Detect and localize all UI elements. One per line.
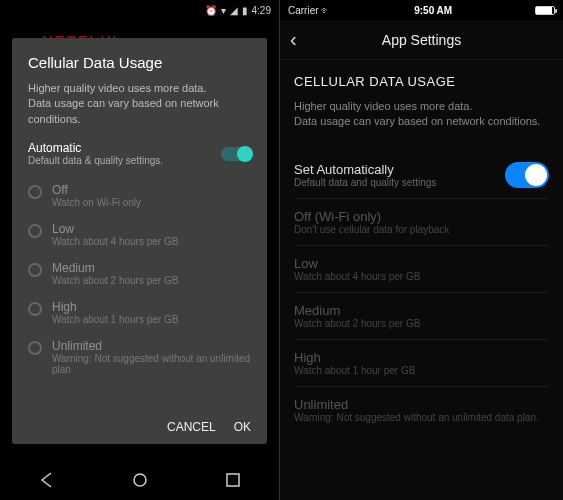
set-automatically-toggle[interactable] [505, 162, 549, 188]
radio-icon [28, 185, 42, 199]
status-time: 4:29 [252, 5, 271, 16]
nav-recent-icon[interactable] [225, 472, 241, 488]
nav-home-icon[interactable] [132, 472, 148, 488]
option-medium[interactable]: MediumWatch about 2 hours per GB [294, 293, 549, 340]
wifi-icon: ▾ [221, 5, 226, 16]
battery-icon: ▮ [242, 5, 248, 16]
cell-icon: ◢ [230, 5, 238, 16]
option-medium[interactable]: MediumWatch about 2 hours per GB [28, 254, 251, 293]
android-nav-bar [0, 460, 279, 500]
android-status-bar: ⏰ ▾ ◢ ▮ 4:29 [0, 0, 279, 20]
option-high[interactable]: HighWatch about 1 hours per GB [28, 293, 251, 332]
set-automatically-label: Set Automatically [294, 162, 436, 177]
dialog-actions: CANCEL OK [28, 414, 251, 434]
nav-back-icon[interactable] [38, 471, 56, 489]
option-unlimited[interactable]: UnlimitedWarning: Not suggested without … [294, 387, 549, 433]
option-low[interactable]: LowWatch about 4 hours per GB [28, 215, 251, 254]
radio-icon [28, 263, 42, 277]
automatic-label: Automatic [28, 141, 163, 155]
svg-rect-1 [227, 474, 239, 486]
back-chevron-icon[interactable]: ‹ [290, 28, 297, 51]
radio-icon [28, 302, 42, 316]
ios-screen: Carrier ︎ᯤ 9:50 AM ‹ App Settings CELLUL… [280, 0, 563, 500]
dialog-description: Higher quality video uses more data. Dat… [28, 81, 251, 127]
header-title: App Settings [382, 32, 461, 48]
carrier-label: Carrier ︎ᯤ [288, 5, 331, 16]
status-time: 9:50 AM [414, 5, 452, 16]
set-automatically-sublabel: Default data and quality settings [294, 177, 436, 188]
ok-button[interactable]: OK [234, 420, 251, 434]
section-description: Higher quality video uses more data. Dat… [294, 99, 549, 130]
automatic-toggle[interactable] [221, 147, 251, 161]
cancel-button[interactable]: CANCEL [167, 420, 216, 434]
automatic-sublabel: Default data & quality settings. [28, 155, 163, 166]
android-screen: ⏰ ▾ ◢ ▮ 4:29 ← NETFLIX C N AN Q SC C BC … [0, 0, 280, 500]
quality-options-list: OffWatch on Wi-Fi only LowWatch about 4 … [28, 176, 251, 414]
option-high[interactable]: HighWatch about 1 hour per GB [294, 340, 549, 387]
automatic-row[interactable]: Automatic Default data & quality setting… [28, 141, 251, 166]
dialog-title: Cellular Data Usage [28, 54, 251, 71]
alarm-icon: ⏰ [205, 5, 217, 16]
option-off-wifi[interactable]: Off (Wi-Fi only)Don't use cellular data … [294, 199, 549, 246]
wifi-icon: ︎ᯤ [321, 5, 331, 16]
option-low[interactable]: LowWatch about 4 hours per GB [294, 246, 549, 293]
ios-content: CELLULAR DATA USAGE Higher quality video… [280, 60, 563, 447]
battery-indicator [535, 6, 555, 15]
section-title: CELLULAR DATA USAGE [294, 74, 549, 89]
ios-app-header: ‹ App Settings [280, 20, 563, 60]
option-unlimited[interactable]: UnlimitedWarning: Not suggested without … [28, 332, 251, 382]
svg-point-0 [134, 474, 146, 486]
radio-icon [28, 224, 42, 238]
set-automatically-row[interactable]: Set Automatically Default data and quali… [294, 152, 549, 199]
ios-status-bar: Carrier ︎ᯤ 9:50 AM [280, 0, 563, 20]
option-off[interactable]: OffWatch on Wi-Fi only [28, 176, 251, 215]
cellular-data-dialog: Cellular Data Usage Higher quality video… [12, 38, 267, 444]
radio-icon [28, 341, 42, 355]
